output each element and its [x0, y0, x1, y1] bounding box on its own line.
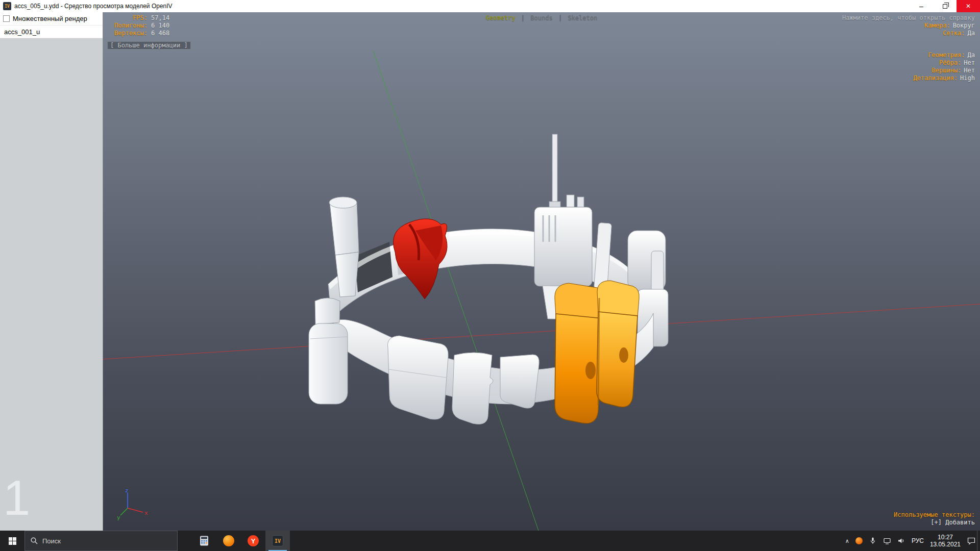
display-icon[interactable] [883, 537, 891, 545]
detail-label: Детализация: [913, 74, 958, 82]
camera-setting[interactable]: Камера:Вокруг [842, 22, 975, 30]
system-tray: ∧ РУС 10:27 13.05.2021 [845, 531, 977, 551]
minimize-button[interactable]: – [910, 0, 933, 12]
grid-lines [103, 51, 980, 531]
restore-button[interactable] [933, 0, 957, 12]
taskbar-clock[interactable]: 10:27 13.05.2021 [930, 534, 961, 548]
openiv-taskbar-button[interactable]: IV [265, 531, 290, 551]
tab-separator: | [558, 14, 562, 21]
action-center-icon[interactable] [967, 537, 976, 545]
orange-app-icon [223, 535, 234, 546]
vertices-setting-label: Вершины: [932, 67, 962, 74]
edges-value: Нет [964, 59, 975, 66]
vertices-value: 6 468 [151, 30, 169, 37]
orange-app-taskbar-button[interactable] [216, 531, 241, 551]
geometry-setting[interactable]: Геометрия:Да [842, 52, 975, 59]
language-indicator[interactable]: РУС [912, 537, 924, 544]
model-viewport-canvas[interactable] [103, 12, 980, 531]
calculator-taskbar-button[interactable] [192, 531, 216, 551]
fps-value: 57,14 [151, 14, 169, 22]
left-canister [309, 298, 348, 404]
polygons-value: 6 140 [151, 22, 169, 30]
taskbar-apps: Y IV [192, 531, 290, 551]
tab-geometry[interactable]: Geometry [486, 14, 516, 21]
clock-date: 13.05.2021 [930, 541, 961, 548]
axis-x-label: x [144, 510, 148, 516]
windows-logo-icon [9, 537, 16, 545]
taskbar-search[interactable] [24, 531, 178, 551]
tab-skeleton[interactable]: Skeleton [568, 14, 597, 21]
axis-z-label: z [125, 488, 129, 494]
minimize-icon: – [919, 4, 923, 8]
textures-label: Используемые текстуры: [894, 511, 975, 519]
grid-setting[interactable]: Сетка:Да [842, 30, 975, 37]
multi-render-checkbox[interactable] [3, 15, 10, 22]
model-list-item[interactable]: accs_001_u [0, 26, 103, 38]
view-mode-tabs: Geometry | Bounds | Skeleton [486, 14, 597, 22]
settings-gap [842, 37, 975, 52]
openiv-app-icon: IV [3, 2, 11, 10]
speaker-icon[interactable] [897, 537, 905, 545]
vertices-setting-value: Нет [964, 67, 975, 74]
utility-belt-model [309, 134, 668, 424]
yandex-browser-icon: Y [248, 535, 259, 546]
tab-bounds[interactable]: Bounds [530, 14, 552, 21]
axis-triad: z x y [116, 488, 152, 520]
multi-render-label: Множественный рендер [13, 15, 87, 22]
fps-label: FPS: [114, 14, 148, 22]
camera-value: Вокруг [953, 22, 975, 29]
geometry-value: Да [968, 52, 975, 59]
titlebar: IV accs_005_u.ydd - Средство просмотра м… [0, 0, 980, 12]
edges-label: Рёбра: [939, 59, 961, 66]
screen: IV accs_005_u.ydd - Средство просмотра м… [0, 0, 980, 551]
tray-app-icon[interactable] [855, 537, 863, 544]
window-controls: – ✕ [910, 0, 980, 12]
geometry-label: Геометрия: [928, 52, 965, 59]
app-body: Множественный рендер accs_001_u 1 [0, 12, 980, 531]
polygons-label: Полигоны: [114, 22, 148, 30]
sidebar-empty-area: 1 [0, 38, 103, 531]
detail-setting[interactable]: Детализация:High [842, 74, 975, 82]
restore-icon [943, 4, 947, 9]
viewport-3d[interactable]: FPS: 57,14 Полигоны: 6 140 Вертексы: 6 4… [103, 12, 980, 531]
yandex-letter: Y [251, 537, 256, 545]
clock-time: 10:27 [930, 534, 961, 541]
taskbar: Y IV ∧ РУС 10:27 [0, 531, 980, 551]
page-number-watermark: 1 [3, 473, 30, 522]
textures-panel: Используемые текстуры: [+] Добавить [894, 511, 975, 527]
vertices-setting[interactable]: Вершины:Нет [842, 67, 975, 74]
add-texture-button[interactable]: [+] Добавить [896, 519, 975, 527]
close-icon: ✕ [966, 3, 971, 10]
openiv-app-icon-text: IV [5, 4, 10, 9]
grid-value: Да [968, 30, 975, 37]
search-icon [30, 537, 38, 545]
camera-label: Камера: [924, 22, 950, 29]
render-stats: FPS: 57,14 Полигоны: 6 140 Вертексы: 6 4… [114, 14, 169, 37]
red-beret [394, 219, 448, 299]
model-list-panel: Множественный рендер accs_001_u 1 [0, 12, 103, 531]
openiv-icon: IV [272, 535, 283, 546]
start-button[interactable] [0, 531, 24, 551]
detail-value: High [960, 74, 975, 82]
search-input[interactable] [42, 537, 160, 545]
yandex-taskbar-button[interactable]: Y [241, 531, 265, 551]
orange-mag-pouches [555, 281, 639, 423]
openiv-icon-text: IV [275, 538, 281, 544]
close-button[interactable]: ✕ [957, 0, 980, 12]
axis-y-label: y [117, 514, 120, 520]
grid-label: Сетка: [943, 30, 965, 37]
multi-render-row[interactable]: Множественный рендер [0, 12, 103, 26]
vertices-label: Вертексы: [114, 30, 148, 37]
viewport-settings: Нажмите здесь, чтобы открыть справку Кам… [842, 14, 975, 82]
white-pouches [387, 336, 539, 424]
help-link[interactable]: Нажмите здесь, чтобы открыть справку [842, 14, 975, 22]
hidden-icons-chevron[interactable]: ∧ [845, 538, 849, 544]
calculator-icon [199, 535, 210, 546]
window-title: accs_005_u.ydd - Средство просмотра моде… [14, 3, 910, 10]
edges-setting[interactable]: Рёбра:Нет [842, 59, 975, 67]
tab-separator: | [521, 14, 525, 21]
show-desktop-button[interactable] [977, 531, 980, 551]
more-info-button[interactable]: [ Больше информации ] [107, 41, 191, 49]
microphone-icon[interactable] [869, 537, 877, 545]
